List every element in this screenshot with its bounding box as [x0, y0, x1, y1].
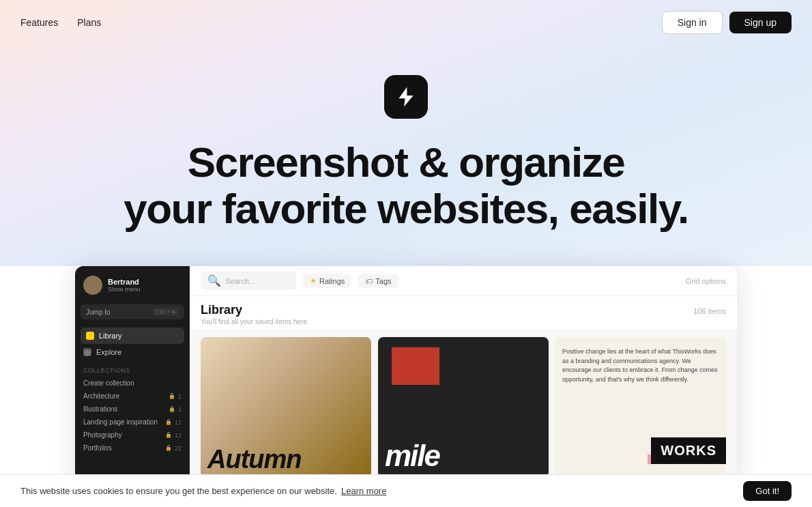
avatar — [83, 276, 102, 295]
hero-title: Screenshot & organize your favorite webs… — [124, 139, 688, 232]
nav-features[interactable]: Features — [20, 17, 58, 28]
tags-label: Tags — [375, 277, 391, 285]
signin-button[interactable]: Sign in — [662, 11, 723, 34]
sidebar-explore[interactable]: ◎ Explore — [75, 344, 190, 360]
collection-photography[interactable]: Photography 🔒 12 — [75, 429, 190, 441]
sidebar-jump-to[interactable]: Jump to Ctrl + K — [81, 304, 184, 319]
collection-count: 12 — [175, 432, 182, 439]
collection-name: Architecture — [83, 392, 119, 400]
search-icon: 🔍 — [207, 274, 221, 287]
collections-section-title: COLLECTIONS — [75, 360, 190, 377]
search-bar[interactable]: 🔍 Search... — [201, 272, 296, 290]
collection-right: 🔒 11 — [165, 419, 182, 426]
nav-right: Sign in Sign up — [662, 11, 792, 34]
learn-more-link[interactable]: Learn more — [341, 486, 386, 496]
collection-count: 1 — [178, 406, 182, 413]
card-smile[interactable]: mile — [378, 337, 549, 478]
autumn-text: Autumn — [207, 448, 302, 471]
card-works[interactable]: Positive change lies at the heart of wha… — [555, 337, 726, 478]
smile-red-block — [392, 347, 439, 385]
sidebar-username: Bertrand — [108, 278, 141, 286]
app-main: 🔍 Search... ★ Ratings 🏷 Tags Grid option… — [190, 266, 737, 484]
lock-icon: 🔒 — [169, 406, 175, 412]
grid-options[interactable]: Grid options — [686, 277, 726, 285]
signup-button[interactable]: Sign up — [729, 12, 792, 33]
cookie-got-it-group: Got it! — [743, 481, 792, 501]
collection-portfolios[interactable]: Portfolios 🔒 22 — [75, 441, 190, 454]
app-grid: Autumn mile Positive change lies at the … — [190, 330, 737, 484]
got-it-button[interactable]: Got it! — [743, 481, 792, 501]
library-label: Library — [99, 332, 122, 340]
collection-landing[interactable]: Landing page inspiration 🔒 11 — [75, 416, 190, 429]
sidebar-library[interactable]: ⚡ Library — [81, 328, 184, 344]
collection-right: 🔒 12 — [165, 432, 182, 439]
jump-shortcut: Ctrl + K — [153, 308, 179, 316]
tag-icon: 🏷 — [365, 277, 373, 285]
smile-inner: mile — [378, 337, 549, 478]
library-icon: ⚡ — [86, 332, 94, 340]
ratings-label: Ratings — [319, 277, 345, 285]
card-autumn-image: Autumn — [201, 337, 371, 478]
sidebar-user: Bertrand Show menu — [75, 276, 190, 304]
app-toolbar: 🔍 Search... ★ Ratings 🏷 Tags Grid option… — [190, 266, 737, 296]
lock-icon: 🔒 — [165, 419, 172, 425]
collection-architecture[interactable]: Architecture 🔒 1 — [75, 390, 190, 403]
explore-label: Explore — [96, 348, 121, 356]
card-smile-image: mile — [378, 337, 549, 478]
works-small-text: Positive change lies at the heart of wha… — [562, 344, 719, 384]
sidebar-show-menu[interactable]: Show menu — [108, 286, 141, 293]
app-screenshot: Bertrand Show menu Jump to Ctrl + K ⚡ Li… — [75, 266, 737, 484]
hero-title-line1: Screenshot & organize — [188, 139, 624, 186]
explore-icon: ◎ — [83, 348, 91, 356]
library-count: 106 items — [693, 307, 726, 315]
toolbar-left: 🔍 Search... ★ Ratings 🏷 Tags — [201, 272, 398, 290]
library-title-group: Library You'll find all your saved items… — [201, 303, 309, 325]
collection-right: 🔒 22 — [165, 445, 182, 452]
lock-icon: 🔒 — [165, 432, 172, 438]
app-logo-icon — [384, 75, 428, 119]
collection-right: 🔒 1 — [169, 393, 182, 400]
library-title: Library — [201, 303, 309, 317]
library-subtitle: You'll find all your saved items here. — [201, 318, 309, 325]
cookie-banner: This website uses cookies to ensure you … — [0, 474, 812, 507]
collection-name: Landing page inspiration — [83, 418, 158, 426]
ratings-filter[interactable]: ★ Ratings — [303, 274, 351, 288]
collection-count: 1 — [178, 393, 182, 400]
search-placeholder: Search... — [225, 277, 255, 285]
card-works-image: Positive change lies at the heart of wha… — [555, 337, 726, 478]
hero-section: Screenshot & organize your favorite webs… — [0, 44, 812, 232]
smile-text: mile — [385, 441, 439, 471]
hero-title-line2: your favorite websites, easily. — [124, 185, 688, 232]
create-collection-label: Create collection — [83, 379, 134, 387]
cookie-message: This website uses cookies to ensure you … — [20, 486, 337, 496]
works-text: WORKS — [651, 437, 726, 464]
collection-right: 🔒 1 — [169, 406, 182, 413]
nav-plans[interactable]: Plans — [77, 17, 101, 28]
library-header: Library You'll find all your saved items… — [190, 296, 737, 330]
app-sidebar: Bertrand Show menu Jump to Ctrl + K ⚡ Li… — [75, 266, 190, 484]
navigation: Features Plans Sign in Sign up — [0, 0, 812, 44]
collection-count: 11 — [175, 419, 182, 426]
create-collection[interactable]: Create collection — [75, 377, 190, 390]
sidebar-user-info: Bertrand Show menu — [108, 278, 141, 293]
collection-count: 22 — [175, 445, 182, 452]
lock-icon: 🔒 — [165, 445, 172, 451]
bolt-icon — [394, 85, 418, 108]
collection-name: Illustrations — [83, 405, 118, 413]
nav-left: Features Plans — [20, 17, 101, 28]
star-icon: ★ — [310, 276, 317, 285]
collection-illustrations[interactable]: Illustrations 🔒 1 — [75, 403, 190, 416]
collection-name: Photography — [83, 431, 122, 439]
lock-icon: 🔒 — [169, 393, 175, 399]
jump-to-label: Jump to — [86, 308, 111, 316]
tags-filter[interactable]: 🏷 Tags — [358, 274, 398, 288]
collection-name: Portfolios — [83, 444, 112, 452]
card-autumn[interactable]: Autumn — [201, 337, 371, 478]
